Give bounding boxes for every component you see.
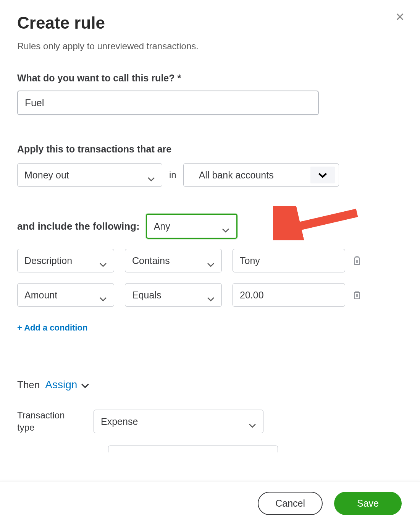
trash-icon[interactable]	[353, 256, 361, 266]
rule-name-input[interactable]	[17, 91, 319, 115]
save-button[interactable]: Save	[334, 492, 402, 515]
condition-operator-value: Contains	[132, 255, 170, 266]
close-icon[interactable]: ✕	[395, 11, 405, 23]
condition-operator-select[interactable]: Equals	[125, 283, 222, 307]
money-direction-select[interactable]: Money out	[17, 163, 162, 187]
chevron-down-icon	[147, 173, 155, 177]
chevron-down-icon	[207, 293, 215, 297]
condition-operator-select[interactable]: Contains	[125, 249, 222, 272]
match-mode-value: Any	[154, 221, 170, 232]
chevron-down-icon	[99, 293, 107, 297]
transaction-type-value: Expense	[101, 416, 138, 427]
condition-field-select[interactable]: Amount	[17, 283, 114, 307]
cancel-button[interactable]: Cancel	[258, 492, 323, 515]
condition-field-value: Amount	[24, 290, 57, 301]
transaction-type-label: Transaction type	[17, 409, 82, 434]
arrow-annotation-icon	[273, 206, 361, 240]
chevron-down-icon	[310, 167, 335, 183]
assign-action-select[interactable]: Assign	[45, 379, 89, 391]
chevron-down-icon	[81, 379, 89, 391]
condition-field-value: Description	[24, 255, 72, 266]
condition-value-input[interactable]	[233, 283, 345, 307]
condition-row: Amount Equals	[17, 283, 403, 307]
condition-value-input[interactable]	[233, 249, 345, 272]
trash-icon[interactable]	[353, 290, 361, 300]
partial-field-cutoff	[108, 446, 278, 452]
rule-name-label: What do you want to call this rule? *	[17, 73, 403, 84]
transaction-type-select[interactable]: Expense	[94, 410, 263, 433]
add-condition-link[interactable]: + Add a condition	[17, 323, 87, 333]
bank-account-value: All bank accounts	[191, 170, 274, 181]
assign-action-value: Assign	[45, 379, 77, 391]
money-direction-value: Money out	[24, 170, 69, 181]
chevron-down-icon	[99, 258, 107, 263]
in-connector-label: in	[169, 170, 176, 180]
chevron-down-icon	[207, 258, 215, 263]
condition-row: Description Contains	[17, 249, 403, 272]
apply-to-label: Apply this to transactions that are	[17, 144, 403, 155]
svg-line-1	[284, 213, 357, 230]
condition-field-select[interactable]: Description	[17, 249, 114, 272]
chevron-down-icon	[222, 224, 229, 228]
bank-account-select[interactable]: All bank accounts	[183, 163, 339, 187]
chevron-down-icon	[249, 419, 256, 424]
page-title: Create rule	[17, 13, 403, 32]
include-label: and include the following:	[17, 220, 140, 232]
page-subtitle: Rules only apply to unreviewed transacti…	[17, 41, 403, 52]
then-label: Then	[17, 379, 40, 391]
match-mode-select[interactable]: Any	[146, 214, 237, 239]
footer-bar: Cancel Save	[0, 481, 420, 525]
condition-operator-value: Equals	[132, 290, 161, 301]
